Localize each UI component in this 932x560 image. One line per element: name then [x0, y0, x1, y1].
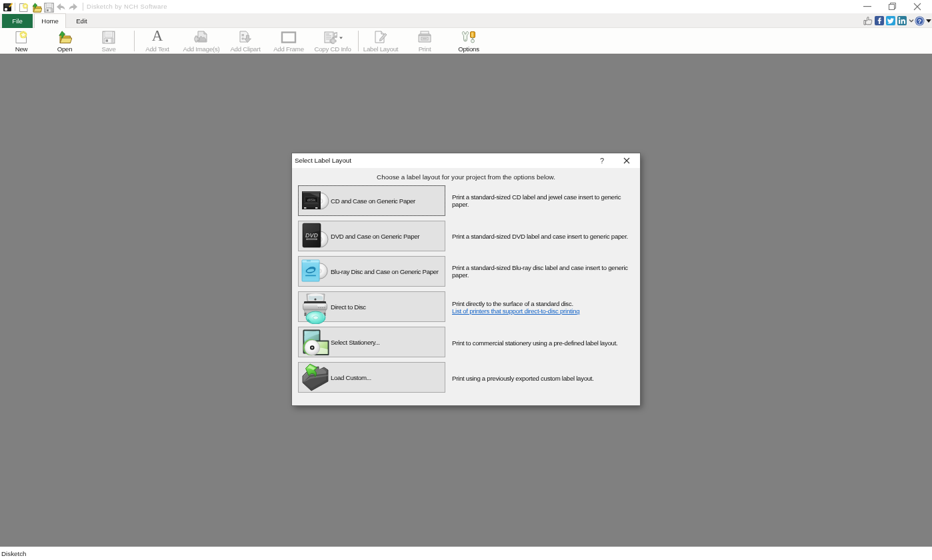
svg-text:?: ? [918, 17, 922, 25]
svg-text:dISk: dISk [307, 198, 316, 202]
svg-text:DVD: DVD [305, 232, 319, 239]
